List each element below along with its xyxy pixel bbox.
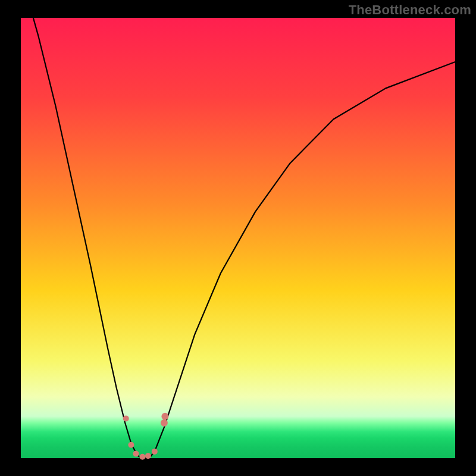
chart-frame: TheBottleneck.com xyxy=(0,0,476,476)
marker-dot xyxy=(145,453,151,459)
bottleneck-chart xyxy=(0,0,476,476)
marker-dot xyxy=(139,454,145,460)
marker-dot xyxy=(152,449,158,455)
marker-dot xyxy=(123,415,129,421)
marker-dot xyxy=(161,419,168,427)
marker-dot xyxy=(161,413,168,420)
marker-dot xyxy=(133,451,139,457)
plot-background xyxy=(21,18,455,458)
marker-dot xyxy=(128,442,134,448)
